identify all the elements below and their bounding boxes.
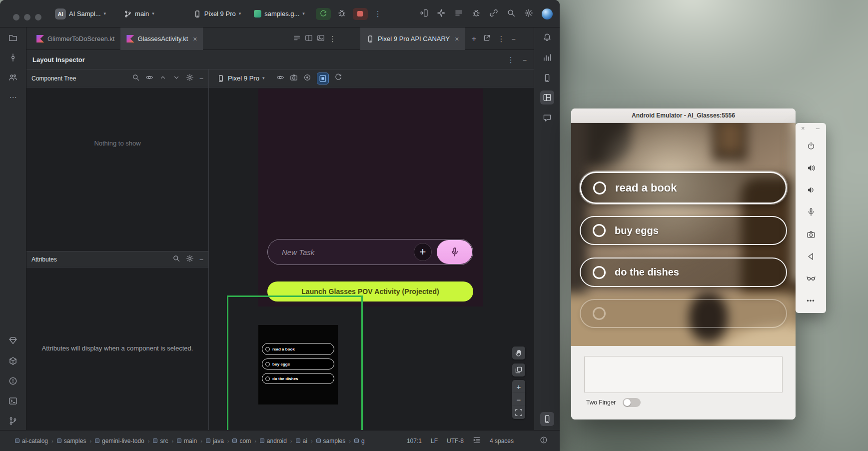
debug-button[interactable] <box>337 8 346 19</box>
emulator-glasses-button[interactable] <box>806 272 817 284</box>
indent-size-widget[interactable]: 4 spaces <box>490 438 514 444</box>
more-tools-button[interactable]: ⋯ <box>7 92 19 104</box>
version-control-tool-button[interactable] <box>7 415 19 427</box>
breadcrumb-item[interactable]: g <box>354 438 365 444</box>
pan-tool-button[interactable] <box>512 346 525 360</box>
visibility-options-button[interactable] <box>276 74 284 83</box>
toggle-deep-inspect-button[interactable] <box>317 72 329 84</box>
logcat-button[interactable] <box>454 8 463 20</box>
add-task-button[interactable]: + <box>414 243 432 261</box>
dependencies-tool-button[interactable] <box>7 355 19 367</box>
close-device-tab-icon[interactable]: × <box>455 36 459 42</box>
compare-layers-button[interactable] <box>512 364 525 376</box>
stop-button[interactable] <box>353 8 368 20</box>
gemini-button[interactable] <box>437 8 446 20</box>
emulator-camera-button[interactable] <box>806 229 817 240</box>
caret-position-widget[interactable]: 107:1 <box>407 438 422 444</box>
line-separator-widget[interactable]: LF <box>431 438 438 444</box>
hide-layout-inspector-button[interactable]: − <box>523 56 527 64</box>
device-selector[interactable]: Pixel 9 Pro ▾ <box>190 8 244 20</box>
expand-all-button[interactable] <box>159 74 167 83</box>
attributes-search-button[interactable] <box>172 254 180 264</box>
breadcrumb-item[interactable]: java <box>206 438 224 444</box>
add-device-tab-button[interactable]: + <box>471 34 476 44</box>
emulator-toolbar-close-button[interactable]: × <box>801 125 805 132</box>
emulator-power-button[interactable] <box>806 140 817 152</box>
todo-pill-selected[interactable]: read a book <box>580 172 787 204</box>
profile-avatar[interactable] <box>542 8 553 20</box>
new-task-field[interactable]: + <box>267 239 473 265</box>
device-link-button[interactable] <box>489 8 498 20</box>
screenshot-button[interactable] <box>290 74 298 83</box>
encoding-widget[interactable]: UTF-8 <box>447 438 464 444</box>
new-task-input[interactable] <box>282 240 412 264</box>
refresh-layout-button[interactable] <box>334 74 342 83</box>
voice-input-button[interactable] <box>437 240 472 264</box>
gradle-tool-button[interactable] <box>541 52 553 64</box>
preview-todo-pill[interactable]: buy eggs <box>262 358 334 370</box>
indent-widget-button[interactable] <box>473 436 481 446</box>
terminal-tool-button[interactable] <box>7 395 19 407</box>
run-options-kebab[interactable]: ⋮ <box>374 10 382 18</box>
emulator-toolbar-minimize-button[interactable]: – <box>816 125 820 132</box>
zoom-to-fit-button[interactable] <box>512 406 525 419</box>
collapse-all-button[interactable] <box>172 74 180 83</box>
split-editor-button[interactable] <box>305 34 313 44</box>
feedback-tool-button[interactable] <box>541 112 553 124</box>
preview-todo-pill[interactable]: do the dishes <box>262 373 334 384</box>
breadcrumb-item[interactable]: com <box>232 438 251 444</box>
device-manager-tool-button[interactable] <box>541 72 553 84</box>
running-devices-tool-button[interactable] <box>540 412 554 426</box>
breadcrumb-item[interactable]: android <box>260 438 287 444</box>
editor-list-button[interactable] <box>293 34 301 44</box>
problems-indicator-button[interactable] <box>540 436 548 446</box>
minimize-panel-button[interactable]: − <box>511 36 515 42</box>
emulator-input-area[interactable] <box>584 356 783 393</box>
breadcrumb-item[interactable]: main <box>177 438 197 444</box>
rerun-button[interactable] <box>316 8 331 20</box>
attributes-settings-button[interactable] <box>186 254 194 264</box>
hide-attributes-button[interactable]: − <box>199 256 203 263</box>
notifications-tool-button[interactable] <box>541 32 553 44</box>
run-configuration-selector[interactable]: samples.g... ▾ <box>251 8 308 20</box>
todo-pill[interactable]: do the dishes <box>580 258 787 287</box>
zoom-in-button[interactable]: + <box>512 380 525 393</box>
preview-todo-pill[interactable]: read a book <box>262 343 334 355</box>
search-everywhere-button[interactable] <box>507 8 516 20</box>
tab-glassesactivity[interactable]: GlassesActivity.kt × <box>120 28 203 50</box>
emulator-mic-button[interactable] <box>806 206 817 218</box>
editor-options-kebab[interactable]: ⋮ <box>329 35 336 42</box>
tree-settings-button[interactable] <box>186 74 194 83</box>
glasses-pov-preview[interactable]: read a book buy eggs do the dishes <box>258 325 338 404</box>
tree-view-options-button[interactable] <box>145 74 153 83</box>
layout-inspector-tool-button[interactable] <box>540 90 554 104</box>
problems-tool-button[interactable] <box>7 375 19 387</box>
breadcrumb-item[interactable]: ai <box>296 438 307 444</box>
breadcrumb-item[interactable]: src <box>153 438 168 444</box>
running-device-tab[interactable]: Pixel 9 Pro API CANARY × <box>360 28 465 50</box>
screen-record-button[interactable] <box>303 74 311 83</box>
build-variants-tool-button[interactable] <box>7 334 19 346</box>
todo-pill[interactable]: buy eggs <box>580 216 787 245</box>
breadcrumb-item[interactable]: samples <box>316 438 346 444</box>
emulator-back-button[interactable] <box>806 251 817 262</box>
preview-button[interactable] <box>317 34 325 44</box>
close-tab-icon[interactable]: × <box>193 36 197 42</box>
emulator-volume-up-button[interactable] <box>806 162 817 174</box>
emulator-more-button[interactable]: ••• <box>806 295 817 306</box>
device-streaming-button[interactable] <box>419 8 428 20</box>
tab-glimmertodoscreen[interactable]: GlimmerToDoScreen.kt <box>30 28 120 50</box>
zoom-window-button[interactable] <box>35 14 41 20</box>
project-tool-button[interactable] <box>7 32 19 44</box>
breadcrumb-item[interactable]: gemini-live-todo <box>95 438 144 444</box>
zoom-out-button[interactable]: − <box>512 393 525 406</box>
profiler-button[interactable] <box>472 8 481 20</box>
structure-tool-button[interactable] <box>7 72 19 84</box>
two-finger-toggle[interactable] <box>623 398 641 407</box>
emulator-volume-down-button[interactable] <box>806 184 817 196</box>
layout-inspector-kebab[interactable]: ⋮ <box>507 56 515 64</box>
project-selector[interactable]: AI AI Sampl... ▾ <box>52 6 109 22</box>
vcs-branch-selector[interactable]: main ▾ <box>121 8 157 20</box>
breadcrumb-item[interactable]: samples <box>57 438 86 444</box>
settings-button[interactable] <box>524 8 533 20</box>
